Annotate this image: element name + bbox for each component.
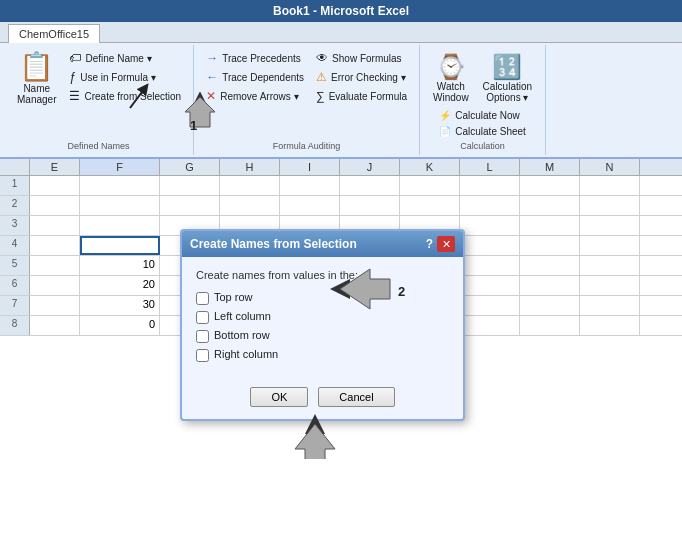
cell-f8[interactable]: 0: [80, 316, 160, 335]
remove-arrows-button[interactable]: ✕ Remove Arrows ▾: [202, 87, 308, 105]
define-name-button[interactable]: 🏷 Define Name ▾: [65, 49, 185, 67]
checkbox-top-row[interactable]: [196, 292, 209, 305]
show-formulas-label: Show Formulas: [332, 53, 401, 64]
cell-h1[interactable]: [220, 176, 280, 195]
name-manager-button[interactable]: 📋 NameManager: [12, 49, 61, 108]
error-checking-button[interactable]: ⚠ Error Checking ▾: [312, 68, 411, 86]
dialog-title-icons: ? ✕: [426, 236, 455, 252]
calculation-options-label: CalculationOptions ▾: [483, 81, 532, 103]
cell-l5[interactable]: [460, 256, 520, 275]
cell-e4[interactable]: [30, 236, 80, 255]
cell-i1[interactable]: [280, 176, 340, 195]
name-manager-icon: 📋: [19, 53, 54, 81]
cell-f5[interactable]: 10: [80, 256, 160, 275]
cell-n7[interactable]: [580, 296, 640, 315]
tab-bar: ChemOffice15: [0, 22, 682, 43]
dialog-close-button[interactable]: ✕: [437, 236, 455, 252]
cell-f1[interactable]: [80, 176, 160, 195]
defined-names-inner: 📋 NameManager 🏷 Define Name ▾ ƒ Use in F…: [12, 49, 185, 139]
cell-e2[interactable]: [30, 196, 80, 215]
cell-n8[interactable]: [580, 316, 640, 335]
cell-m2[interactable]: [520, 196, 580, 215]
cell-e1[interactable]: [30, 176, 80, 195]
use-in-formula-label: Use in Formula ▾: [80, 72, 156, 83]
cell-l7[interactable]: [460, 296, 520, 315]
cell-n6[interactable]: [580, 276, 640, 295]
calculation-options-button[interactable]: 🔢 CalculationOptions ▾: [478, 49, 537, 106]
trace-dependents-button[interactable]: ← Trace Dependents: [202, 68, 308, 86]
col-header-j: J: [340, 159, 400, 175]
cell-l3[interactable]: [460, 216, 520, 235]
cell-k1[interactable]: [400, 176, 460, 195]
row-num-header: [0, 159, 30, 175]
dialog-description: Create names from values in the:: [196, 269, 449, 281]
cell-n1[interactable]: [580, 176, 640, 195]
cell-j2[interactable]: [340, 196, 400, 215]
cell-m5[interactable]: [520, 256, 580, 275]
ribbon-group-watch-calc: ⌚ WatchWindow 🔢 CalculationOptions ▾ ⚡ C…: [420, 45, 546, 155]
col-header-g: G: [160, 159, 220, 175]
calculate-now-label: Calculate Now: [455, 110, 519, 121]
cell-m4[interactable]: [520, 236, 580, 255]
ribbon: 📋 NameManager 🏷 Define Name ▾ ƒ Use in F…: [0, 43, 682, 159]
cell-f6[interactable]: 20: [80, 276, 160, 295]
tag-icon: 🏷: [69, 51, 81, 65]
cell-l4[interactable]: [460, 236, 520, 255]
checkbox-left-column[interactable]: [196, 311, 209, 324]
checkbox-bottom-row-row: Bottom row: [196, 329, 449, 343]
cell-f4[interactable]: [80, 236, 160, 255]
ok-button[interactable]: OK: [250, 387, 308, 407]
create-names-dialog: Create Names from Selection ? ✕ Create n…: [180, 229, 465, 421]
define-name-label: Define Name ▾: [85, 53, 151, 64]
select-icon: ☰: [69, 89, 80, 103]
cell-i2[interactable]: [280, 196, 340, 215]
dialog-help-button[interactable]: ?: [426, 237, 433, 251]
cell-l2[interactable]: [460, 196, 520, 215]
evaluate-formula-button[interactable]: ∑ Evaluate Formula: [312, 87, 411, 105]
cell-e5[interactable]: [30, 256, 80, 275]
annotation-2: 2: [398, 284, 405, 299]
cell-f2[interactable]: [80, 196, 160, 215]
cell-m3[interactable]: [520, 216, 580, 235]
cell-m7[interactable]: [520, 296, 580, 315]
cell-f7[interactable]: 30: [80, 296, 160, 315]
cell-g2[interactable]: [160, 196, 220, 215]
cell-m1[interactable]: [520, 176, 580, 195]
cell-n2[interactable]: [580, 196, 640, 215]
cell-l1[interactable]: [460, 176, 520, 195]
calculate-sheet-button[interactable]: 📄 Calculate Sheet: [435, 124, 530, 139]
cell-e8[interactable]: [30, 316, 80, 335]
cell-n5[interactable]: [580, 256, 640, 275]
cell-g1[interactable]: [160, 176, 220, 195]
cell-k2[interactable]: [400, 196, 460, 215]
row-number: 6: [0, 276, 30, 295]
cell-l8[interactable]: [460, 316, 520, 335]
svg-line-0: [130, 88, 145, 108]
cell-m8[interactable]: [520, 316, 580, 335]
trace-precedents-label: Trace Precedents: [222, 53, 301, 64]
cell-n3[interactable]: [580, 216, 640, 235]
cancel-button[interactable]: Cancel: [318, 387, 394, 407]
cell-j1[interactable]: [340, 176, 400, 195]
calculate-now-button[interactable]: ⚡ Calculate Now: [435, 108, 530, 123]
cell-l6[interactable]: [460, 276, 520, 295]
cell-e3[interactable]: [30, 216, 80, 235]
col-header-h: H: [220, 159, 280, 175]
cell-e7[interactable]: [30, 296, 80, 315]
watch-window-button[interactable]: ⌚ WatchWindow: [428, 49, 474, 106]
tab-chemoffice[interactable]: ChemOffice15: [8, 24, 100, 43]
checkbox-bottom-row[interactable]: [196, 330, 209, 343]
evaluate-formula-label: Evaluate Formula: [329, 91, 407, 102]
cell-e6[interactable]: [30, 276, 80, 295]
cell-n4[interactable]: [580, 236, 640, 255]
cell-h2[interactable]: [220, 196, 280, 215]
dialog-title-bar: Create Names from Selection ? ✕: [182, 231, 463, 257]
checkbox-right-column[interactable]: [196, 349, 209, 362]
show-formulas-button[interactable]: 👁 Show Formulas: [312, 49, 411, 67]
col-header-n: N: [580, 159, 640, 175]
trace-precedents-button[interactable]: → Trace Precedents: [202, 49, 308, 67]
row-number: 5: [0, 256, 30, 275]
watch-window-label: WatchWindow: [433, 81, 469, 103]
cell-f3[interactable]: [80, 216, 160, 235]
cell-m6[interactable]: [520, 276, 580, 295]
